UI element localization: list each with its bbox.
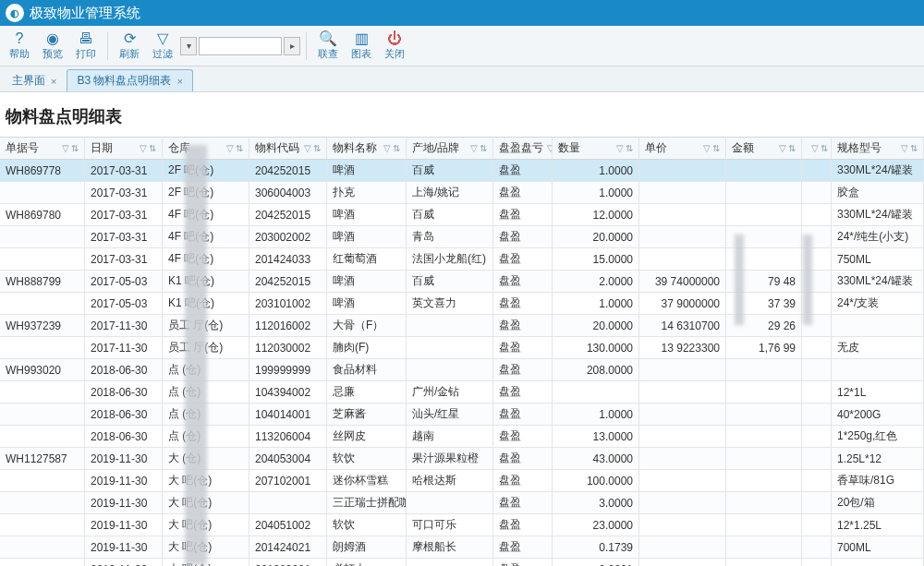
filter-button[interactable]: ▽ 过滤 — [147, 29, 178, 64]
power-icon: ⏻ — [387, 30, 402, 47]
table-cell: WH1127587 — [0, 448, 85, 469]
table-cell: 盘盈 — [493, 293, 553, 314]
table-cell: 2017-03-31 — [85, 226, 163, 247]
table-cell: 朗姆酒 — [327, 536, 407, 558]
sort-icon[interactable]: ⇅ — [626, 143, 633, 153]
table-cell — [0, 536, 85, 558]
sort-icon[interactable]: ⇅ — [71, 143, 79, 153]
table-cell — [249, 492, 327, 513]
table-cell: 24*/支装 — [832, 293, 924, 314]
column-header[interactable]: 物料代码▽⇅ — [249, 138, 327, 159]
table-cell — [726, 204, 802, 225]
sort-icon[interactable]: ⇅ — [236, 143, 243, 153]
table-cell: 14 6310700 — [639, 315, 726, 336]
table-cell — [639, 403, 726, 425]
sort-icon[interactable]: ⇅ — [480, 143, 487, 153]
search-dropdown-button[interactable]: ▾ — [180, 37, 197, 55]
table-row[interactable]: WH8697802017-03-314F 吧(仓)204252015啤酒百威盘盈… — [0, 204, 924, 226]
table-cell: 盘盈 — [493, 492, 553, 513]
table-cell: 2F 吧(仓) — [163, 182, 249, 203]
sort-icon[interactable]: ⇅ — [821, 143, 828, 153]
close-icon[interactable]: × — [51, 76, 56, 87]
sort-icon[interactable]: ⇅ — [788, 143, 796, 153]
table-cell: 204252015 — [249, 160, 327, 181]
column-header[interactable]: 单价▽⇅ — [639, 138, 726, 159]
column-header[interactable]: 日期▽⇅ — [85, 138, 163, 159]
table-row[interactable]: 2017-11-30员工 厅(仓)112030002腩肉(F)盘盈130.000… — [0, 337, 924, 359]
table-cell — [0, 226, 85, 247]
table-cell: 2018-06-30 — [85, 381, 163, 403]
table-cell: 2018-06-30 — [85, 359, 163, 380]
filter-icon[interactable]: ▽ — [226, 143, 234, 153]
table-row[interactable]: 2017-05-03K1 吧(仓)203101002啤酒英文喜力盘盈1.0000… — [0, 293, 924, 315]
table-row[interactable]: 2019-11-30大 吧(仓)201424021朗姆酒摩根船长盘盈0.1739… — [0, 536, 924, 559]
refresh-label: 刷新 — [119, 47, 140, 61]
sort-icon[interactable]: ⇅ — [149, 143, 156, 153]
table-cell: 4F 吧(仓) — [163, 204, 249, 225]
table-row[interactable]: 2019-11-30大 吧(仓)207102001迷你杯雪糕哈根达斯盘盈100.… — [0, 470, 924, 492]
help-button[interactable]: ? 帮助 — [4, 29, 35, 64]
filter-icon[interactable]: ▽ — [616, 143, 624, 153]
table-row[interactable]: 2019-11-30大 吧(仓)三正瑞士拼配咖盘盈3.000020包/箱 — [0, 492, 924, 514]
filter-icon[interactable]: ▽ — [140, 143, 147, 153]
table-cell: 无皮 — [832, 337, 924, 358]
table-cell: 2019-11-30 — [85, 559, 163, 566]
table-row[interactable]: 2019-11-30大 吧(仓)204051002软饮可口可乐盘盈23.0000… — [0, 514, 924, 536]
table-cell — [832, 559, 924, 566]
table-row[interactable]: WH8697782017-03-312F 吧(仓)204252015啤酒百威盘盈… — [0, 160, 924, 182]
column-header[interactable]: 仓库▽⇅ — [163, 138, 249, 159]
search-go-button[interactable]: ▸ — [284, 37, 300, 55]
sort-icon[interactable]: ⇅ — [313, 143, 321, 153]
search-input[interactable] — [199, 37, 282, 55]
filter-icon[interactable]: ▽ — [901, 143, 908, 153]
sort-icon[interactable]: ⇅ — [393, 143, 400, 153]
table-row[interactable]: WH8887992017-05-03K1 吧(仓)204252015啤酒百威盘盈… — [0, 271, 924, 293]
table-row[interactable]: 2019-11-30大 吧(仓)201282001必打士盘盈0.0001 — [0, 559, 924, 566]
table-cell: 软饮 — [327, 448, 407, 469]
filter-icon[interactable]: ▽ — [779, 143, 786, 153]
column-header[interactable]: 数量▽⇅ — [553, 138, 639, 159]
filter-icon[interactable]: ▽ — [383, 143, 391, 153]
table-row[interactable]: 2017-03-314F 吧(仓)201424033红葡萄酒法国小龙船(红)盘盈… — [0, 248, 924, 271]
filter-icon[interactable]: ▽ — [62, 143, 69, 153]
refresh-button[interactable]: ⟳ 刷新 — [114, 29, 145, 64]
table-cell — [639, 536, 726, 558]
table-row[interactable]: 2017-03-314F 吧(仓)203002002啤酒青岛盘盈20.00002… — [0, 226, 924, 248]
close-icon[interactable]: × — [176, 76, 182, 87]
union-query-button[interactable]: 🔍 联查 — [312, 29, 344, 64]
table-row[interactable]: WH11275872019-11-30大 (仓)204053004软饮果汁源果粒… — [0, 448, 924, 470]
table-cell: 306004003 — [249, 182, 327, 203]
filter-icon[interactable]: ▽ — [811, 143, 819, 153]
column-header[interactable]: 盘盈盘亏▽⇅ — [493, 138, 553, 159]
column-header[interactable]: ▽⇅ — [802, 138, 832, 159]
table-row[interactable]: 2017-03-312F 吧(仓)306004003扑克上海/姚记盘盈1.000… — [0, 182, 924, 204]
column-header[interactable]: 物料名称▽⇅ — [327, 138, 407, 159]
tab-main[interactable]: 主界面 × — [2, 69, 67, 91]
table-cell: 盘盈 — [493, 381, 553, 403]
column-header[interactable]: 单据号▽⇅ — [0, 138, 85, 159]
filter-icon[interactable]: ▽ — [703, 143, 711, 153]
table-row[interactable]: WH9372392017-11-30员工 厅(仓)112016002大骨（F）盘… — [0, 315, 924, 337]
table-cell: 203002002 — [249, 226, 327, 247]
filter-icon[interactable]: ▽ — [470, 143, 478, 153]
preview-button[interactable]: ◉ 预览 — [37, 29, 68, 64]
table-cell — [726, 470, 802, 491]
table-cell: 130.0000 — [553, 337, 639, 358]
table-cell: 青岛 — [407, 226, 493, 247]
table-row[interactable]: 2018-06-30点 (仓)104394002忌廉广州/金钻盘盈12*1L — [0, 381, 924, 403]
column-header[interactable]: 产地/品牌▽⇅ — [407, 138, 493, 159]
table-cell: 大 吧(仓) — [163, 536, 249, 558]
sort-icon[interactable]: ⇅ — [910, 143, 918, 153]
table-row[interactable]: 2018-06-30点 (仓)104014001芝麻酱汕头/红星盘盈1.0000… — [0, 403, 924, 426]
table-row[interactable]: WH9930202018-06-30点 (仓)199999999食品材料盘盈20… — [0, 359, 924, 381]
close-button[interactable]: ⏻ 关闭 — [379, 29, 410, 64]
column-header[interactable]: 金额▽⇅ — [726, 138, 802, 159]
tab-report[interactable]: B3 物料盘点明细表 × — [67, 69, 192, 91]
filter-icon[interactable]: ▽ — [304, 143, 311, 153]
sort-icon[interactable]: ⇅ — [712, 143, 720, 153]
print-button[interactable]: 🖶 打印 — [70, 29, 102, 64]
chart-button[interactable]: ▥ 图表 — [346, 29, 377, 64]
column-header[interactable]: 规格型号▽⇅ — [832, 138, 924, 159]
table-cell: 百威 — [407, 204, 493, 225]
table-row[interactable]: 2018-06-30点 (仓)113206004丝网皮越南盘盈13.00001*… — [0, 426, 924, 448]
